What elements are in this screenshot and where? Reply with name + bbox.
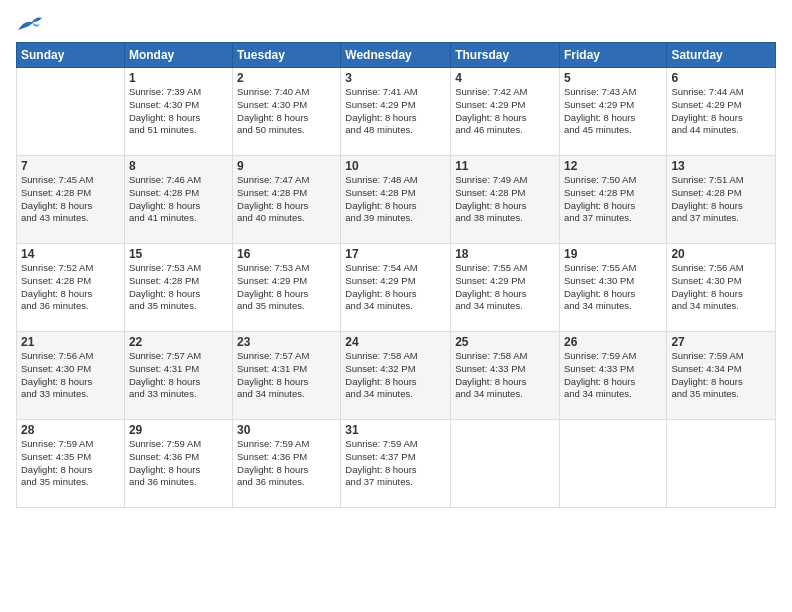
day-number: 1 bbox=[129, 71, 228, 85]
day-info: Sunrise: 7:49 AM Sunset: 4:28 PM Dayligh… bbox=[455, 174, 555, 225]
day-number: 22 bbox=[129, 335, 228, 349]
day-info: Sunrise: 7:47 AM Sunset: 4:28 PM Dayligh… bbox=[237, 174, 336, 225]
day-number: 7 bbox=[21, 159, 120, 173]
day-cell: 22Sunrise: 7:57 AM Sunset: 4:31 PM Dayli… bbox=[124, 332, 232, 420]
column-header-monday: Monday bbox=[124, 43, 232, 68]
day-number: 9 bbox=[237, 159, 336, 173]
logo-bird-icon bbox=[16, 12, 44, 34]
day-cell: 8Sunrise: 7:46 AM Sunset: 4:28 PM Daylig… bbox=[124, 156, 232, 244]
day-number: 21 bbox=[21, 335, 120, 349]
day-info: Sunrise: 7:56 AM Sunset: 4:30 PM Dayligh… bbox=[21, 350, 120, 401]
day-info: Sunrise: 7:59 AM Sunset: 4:35 PM Dayligh… bbox=[21, 438, 120, 489]
day-number: 26 bbox=[564, 335, 662, 349]
day-info: Sunrise: 7:39 AM Sunset: 4:30 PM Dayligh… bbox=[129, 86, 228, 137]
day-cell: 2Sunrise: 7:40 AM Sunset: 4:30 PM Daylig… bbox=[233, 68, 341, 156]
day-cell: 27Sunrise: 7:59 AM Sunset: 4:34 PM Dayli… bbox=[667, 332, 776, 420]
day-cell: 23Sunrise: 7:57 AM Sunset: 4:31 PM Dayli… bbox=[233, 332, 341, 420]
day-number: 10 bbox=[345, 159, 446, 173]
day-number: 8 bbox=[129, 159, 228, 173]
day-cell: 11Sunrise: 7:49 AM Sunset: 4:28 PM Dayli… bbox=[451, 156, 560, 244]
day-info: Sunrise: 7:41 AM Sunset: 4:29 PM Dayligh… bbox=[345, 86, 446, 137]
week-row-3: 14Sunrise: 7:52 AM Sunset: 4:28 PM Dayli… bbox=[17, 244, 776, 332]
day-number: 15 bbox=[129, 247, 228, 261]
day-info: Sunrise: 7:59 AM Sunset: 4:34 PM Dayligh… bbox=[671, 350, 771, 401]
day-cell bbox=[667, 420, 776, 508]
day-number: 18 bbox=[455, 247, 555, 261]
day-info: Sunrise: 7:43 AM Sunset: 4:29 PM Dayligh… bbox=[564, 86, 662, 137]
day-cell: 6Sunrise: 7:44 AM Sunset: 4:29 PM Daylig… bbox=[667, 68, 776, 156]
day-cell: 28Sunrise: 7:59 AM Sunset: 4:35 PM Dayli… bbox=[17, 420, 125, 508]
day-cell: 4Sunrise: 7:42 AM Sunset: 4:29 PM Daylig… bbox=[451, 68, 560, 156]
day-info: Sunrise: 7:53 AM Sunset: 4:28 PM Dayligh… bbox=[129, 262, 228, 313]
day-cell bbox=[451, 420, 560, 508]
day-number: 13 bbox=[671, 159, 771, 173]
day-info: Sunrise: 7:48 AM Sunset: 4:28 PM Dayligh… bbox=[345, 174, 446, 225]
day-number: 25 bbox=[455, 335, 555, 349]
day-number: 24 bbox=[345, 335, 446, 349]
day-info: Sunrise: 7:53 AM Sunset: 4:29 PM Dayligh… bbox=[237, 262, 336, 313]
day-info: Sunrise: 7:50 AM Sunset: 4:28 PM Dayligh… bbox=[564, 174, 662, 225]
column-header-thursday: Thursday bbox=[451, 43, 560, 68]
day-cell: 15Sunrise: 7:53 AM Sunset: 4:28 PM Dayli… bbox=[124, 244, 232, 332]
day-number: 12 bbox=[564, 159, 662, 173]
day-info: Sunrise: 7:51 AM Sunset: 4:28 PM Dayligh… bbox=[671, 174, 771, 225]
page: SundayMondayTuesdayWednesdayThursdayFrid… bbox=[0, 0, 792, 612]
day-number: 23 bbox=[237, 335, 336, 349]
day-cell: 30Sunrise: 7:59 AM Sunset: 4:36 PM Dayli… bbox=[233, 420, 341, 508]
day-info: Sunrise: 7:52 AM Sunset: 4:28 PM Dayligh… bbox=[21, 262, 120, 313]
day-cell: 18Sunrise: 7:55 AM Sunset: 4:29 PM Dayli… bbox=[451, 244, 560, 332]
day-info: Sunrise: 7:45 AM Sunset: 4:28 PM Dayligh… bbox=[21, 174, 120, 225]
day-info: Sunrise: 7:44 AM Sunset: 4:29 PM Dayligh… bbox=[671, 86, 771, 137]
day-number: 29 bbox=[129, 423, 228, 437]
day-number: 20 bbox=[671, 247, 771, 261]
day-cell: 1Sunrise: 7:39 AM Sunset: 4:30 PM Daylig… bbox=[124, 68, 232, 156]
day-cell: 12Sunrise: 7:50 AM Sunset: 4:28 PM Dayli… bbox=[559, 156, 666, 244]
day-cell: 17Sunrise: 7:54 AM Sunset: 4:29 PM Dayli… bbox=[341, 244, 451, 332]
day-number: 3 bbox=[345, 71, 446, 85]
calendar-table: SundayMondayTuesdayWednesdayThursdayFrid… bbox=[16, 42, 776, 508]
day-number: 2 bbox=[237, 71, 336, 85]
column-header-wednesday: Wednesday bbox=[341, 43, 451, 68]
day-number: 30 bbox=[237, 423, 336, 437]
day-cell bbox=[17, 68, 125, 156]
day-info: Sunrise: 7:59 AM Sunset: 4:33 PM Dayligh… bbox=[564, 350, 662, 401]
day-info: Sunrise: 7:57 AM Sunset: 4:31 PM Dayligh… bbox=[237, 350, 336, 401]
day-cell: 3Sunrise: 7:41 AM Sunset: 4:29 PM Daylig… bbox=[341, 68, 451, 156]
day-info: Sunrise: 7:55 AM Sunset: 4:29 PM Dayligh… bbox=[455, 262, 555, 313]
header bbox=[16, 12, 776, 34]
day-cell: 19Sunrise: 7:55 AM Sunset: 4:30 PM Dayli… bbox=[559, 244, 666, 332]
day-number: 11 bbox=[455, 159, 555, 173]
day-cell: 29Sunrise: 7:59 AM Sunset: 4:36 PM Dayli… bbox=[124, 420, 232, 508]
column-header-tuesday: Tuesday bbox=[233, 43, 341, 68]
column-header-saturday: Saturday bbox=[667, 43, 776, 68]
day-info: Sunrise: 7:57 AM Sunset: 4:31 PM Dayligh… bbox=[129, 350, 228, 401]
day-cell: 21Sunrise: 7:56 AM Sunset: 4:30 PM Dayli… bbox=[17, 332, 125, 420]
day-info: Sunrise: 7:59 AM Sunset: 4:36 PM Dayligh… bbox=[237, 438, 336, 489]
week-row-1: 1Sunrise: 7:39 AM Sunset: 4:30 PM Daylig… bbox=[17, 68, 776, 156]
day-info: Sunrise: 7:55 AM Sunset: 4:30 PM Dayligh… bbox=[564, 262, 662, 313]
day-cell bbox=[559, 420, 666, 508]
week-row-2: 7Sunrise: 7:45 AM Sunset: 4:28 PM Daylig… bbox=[17, 156, 776, 244]
day-cell: 14Sunrise: 7:52 AM Sunset: 4:28 PM Dayli… bbox=[17, 244, 125, 332]
day-cell: 5Sunrise: 7:43 AM Sunset: 4:29 PM Daylig… bbox=[559, 68, 666, 156]
day-number: 5 bbox=[564, 71, 662, 85]
day-cell: 13Sunrise: 7:51 AM Sunset: 4:28 PM Dayli… bbox=[667, 156, 776, 244]
day-cell: 10Sunrise: 7:48 AM Sunset: 4:28 PM Dayli… bbox=[341, 156, 451, 244]
day-cell: 9Sunrise: 7:47 AM Sunset: 4:28 PM Daylig… bbox=[233, 156, 341, 244]
day-info: Sunrise: 7:54 AM Sunset: 4:29 PM Dayligh… bbox=[345, 262, 446, 313]
day-cell: 31Sunrise: 7:59 AM Sunset: 4:37 PM Dayli… bbox=[341, 420, 451, 508]
day-info: Sunrise: 7:56 AM Sunset: 4:30 PM Dayligh… bbox=[671, 262, 771, 313]
day-info: Sunrise: 7:59 AM Sunset: 4:37 PM Dayligh… bbox=[345, 438, 446, 489]
day-cell: 7Sunrise: 7:45 AM Sunset: 4:28 PM Daylig… bbox=[17, 156, 125, 244]
header-row: SundayMondayTuesdayWednesdayThursdayFrid… bbox=[17, 43, 776, 68]
day-number: 4 bbox=[455, 71, 555, 85]
day-info: Sunrise: 7:59 AM Sunset: 4:36 PM Dayligh… bbox=[129, 438, 228, 489]
column-header-friday: Friday bbox=[559, 43, 666, 68]
week-row-4: 21Sunrise: 7:56 AM Sunset: 4:30 PM Dayli… bbox=[17, 332, 776, 420]
day-info: Sunrise: 7:46 AM Sunset: 4:28 PM Dayligh… bbox=[129, 174, 228, 225]
day-number: 14 bbox=[21, 247, 120, 261]
day-cell: 20Sunrise: 7:56 AM Sunset: 4:30 PM Dayli… bbox=[667, 244, 776, 332]
logo bbox=[16, 12, 48, 34]
day-cell: 26Sunrise: 7:59 AM Sunset: 4:33 PM Dayli… bbox=[559, 332, 666, 420]
day-cell: 16Sunrise: 7:53 AM Sunset: 4:29 PM Dayli… bbox=[233, 244, 341, 332]
